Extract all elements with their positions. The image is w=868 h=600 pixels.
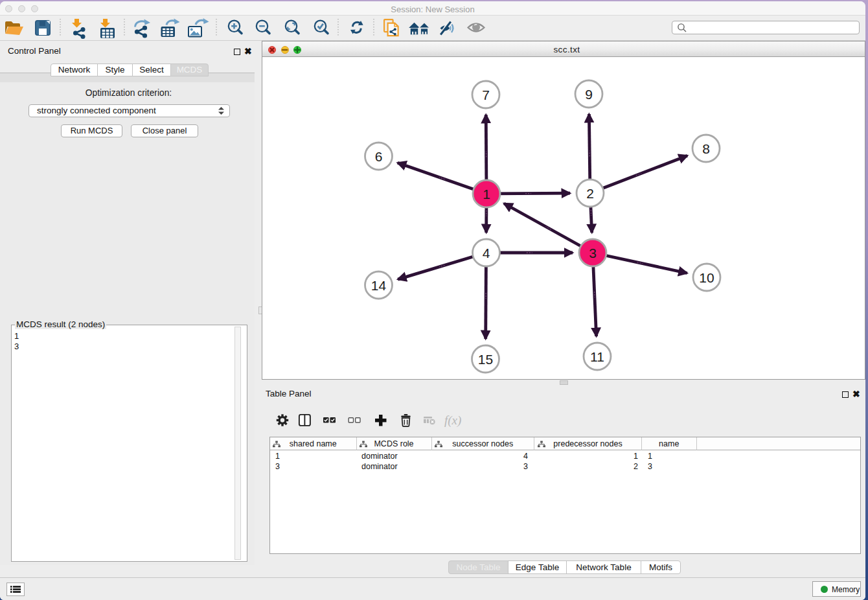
svg-text:7: 7 xyxy=(482,87,490,102)
svg-text:14: 14 xyxy=(371,278,387,293)
svg-text:6: 6 xyxy=(375,149,383,164)
svg-text:f(x): f(x) xyxy=(444,413,461,428)
svg-text:9: 9 xyxy=(585,87,593,102)
svg-text:11: 11 xyxy=(590,349,604,364)
svg-text:3: 3 xyxy=(589,246,597,260)
svg-text:8: 8 xyxy=(702,141,710,156)
svg-text:10: 10 xyxy=(699,270,714,285)
svg-text:1: 1 xyxy=(483,187,490,202)
svg-text:2: 2 xyxy=(586,186,594,201)
svg-text:4: 4 xyxy=(483,246,490,260)
svg-text:15: 15 xyxy=(478,352,493,367)
